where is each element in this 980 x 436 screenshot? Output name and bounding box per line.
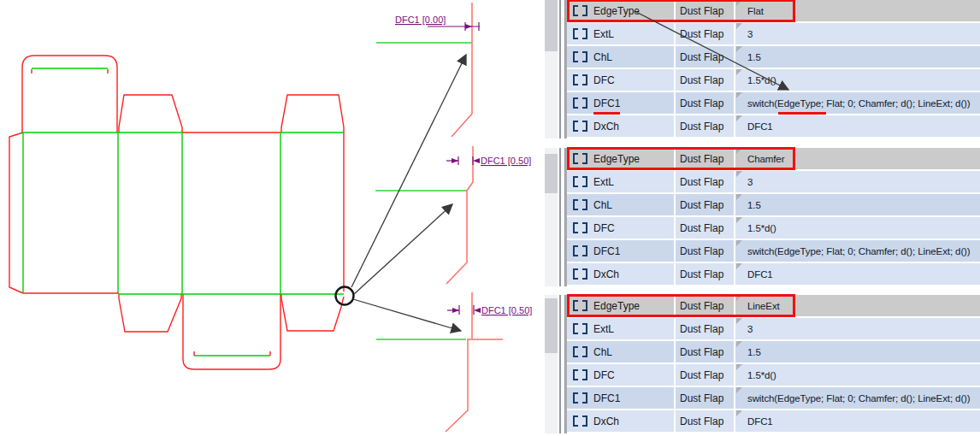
scrollbar-track[interactable] (545, 148, 558, 286)
cell-corner-marker-icon (736, 69, 742, 75)
parameter-context: Dust Flap (680, 346, 723, 358)
checkbox-icon[interactable] (573, 222, 587, 233)
dimension-label: DFC1 [0.50] (481, 156, 531, 166)
checkbox-icon[interactable] (573, 268, 587, 280)
cell-corner-marker-icon (736, 387, 742, 393)
parameter-row-dfc1[interactable]: DFC1 Dust Flap switch(EdgeType; Flat; 0;… (567, 92, 980, 114)
cut-lines (9, 56, 344, 369)
parameter-value[interactable]: Chamfer (747, 154, 784, 164)
parameter-row-edgetype[interactable]: EdgeType Dust Flap Flat (567, 0, 980, 21)
parameter-row-dxch[interactable]: DxCh Dust Flap DFC1 (567, 263, 980, 285)
parameter-row-dfc[interactable]: DFC Dust Flap 1.5*d() (567, 364, 980, 386)
checkbox-icon[interactable] (573, 121, 587, 132)
checkbox-icon[interactable] (573, 245, 587, 256)
arrow-to-chamfer-detail (354, 204, 452, 294)
checkbox-icon[interactable] (573, 97, 587, 109)
cell-corner-marker-icon (736, 295, 742, 301)
cell-corner-marker-icon (736, 171, 742, 177)
parameter-row-dfc[interactable]: DFC Dust Flap 1.5*d() (567, 217, 980, 239)
checkbox-icon[interactable] (573, 176, 587, 187)
parameter-context: Dust Flap (680, 300, 723, 312)
parameter-name: EdgeType (593, 5, 640, 17)
parameter-value[interactable]: 1.5 (747, 347, 761, 357)
parameter-value[interactable]: 1.5 (747, 200, 761, 210)
parameter-row-dxch[interactable]: DxCh Dust Flap DFC1 (567, 410, 980, 432)
checkbox-icon[interactable] (573, 74, 587, 85)
checkbox-icon[interactable] (573, 51, 587, 62)
parameter-value[interactable]: 3 (747, 177, 753, 187)
parameter-table-chamfer: EdgeType Dust Flap Chamfer ExtL Dust Fla… (565, 148, 980, 286)
cell-corner-marker-icon (736, 263, 742, 269)
parameter-row-extl[interactable]: ExtL Dust Flap 3 (567, 23, 980, 44)
parameter-row-chl[interactable]: ChL Dust Flap 1.5 (567, 46, 980, 68)
checkbox-icon[interactable] (573, 392, 587, 404)
scrollbar-track[interactable] (545, 0, 558, 138)
checkbox-icon[interactable] (573, 346, 587, 357)
parameter-value[interactable]: Flat (747, 6, 764, 16)
checkbox-icon[interactable] (573, 369, 587, 380)
parameter-row-extl[interactable]: ExtL Dust Flap 3 (567, 171, 980, 192)
checkbox-icon[interactable] (573, 199, 587, 210)
parameter-row-edgetype[interactable]: EdgeType Dust Flap LineExt (567, 295, 980, 316)
parameter-value[interactable]: DFC1 (747, 121, 773, 132)
crease-lines (22, 68, 344, 356)
detail-cut (452, 3, 472, 137)
cell-corner-marker-icon (736, 23, 742, 29)
checkbox-icon[interactable] (573, 300, 587, 311)
checkbox-icon[interactable] (573, 5, 587, 16)
scrollbar-thumb[interactable] (545, 298, 558, 353)
parameter-name: DFC (593, 222, 615, 234)
scrollbar-thumb[interactable] (545, 154, 558, 193)
parameter-context: Dust Flap (680, 369, 723, 381)
scrollbar-thumb[interactable] (545, 0, 558, 51)
parameter-value[interactable]: switch(EdgeType; Flat; 0; Chamfer; d(); … (747, 246, 971, 256)
parameter-context: Dust Flap (680, 28, 723, 40)
dimension-lines (447, 305, 481, 315)
parameter-value[interactable]: 1.5*d() (747, 223, 776, 233)
parameter-value[interactable]: DFC1 (747, 269, 773, 280)
parameter-context: Dust Flap (680, 415, 723, 427)
scrollbar-track[interactable] (545, 295, 558, 433)
parameter-row-dfc[interactable]: DFC Dust Flap 1.5*d() (567, 69, 980, 91)
parameter-value[interactable]: switch(EdgeType; Flat; 0; Chamfer; d(); … (747, 98, 971, 109)
detail-cut (446, 146, 473, 284)
parameter-context: Dust Flap (680, 222, 723, 234)
parameter-value[interactable]: LineExt (747, 301, 780, 311)
parameter-row-dxch[interactable]: DxCh Dust Flap DFC1 (567, 115, 980, 137)
cell-corner-marker-icon (736, 410, 742, 416)
dimension-label: DFC1 [0.50] (481, 305, 532, 315)
parameter-name: ExtL (593, 176, 614, 188)
parameter-context: Dust Flap (680, 392, 723, 404)
parameter-value[interactable]: DFC1 (747, 416, 773, 427)
zoom-circle (336, 287, 354, 305)
checkbox-icon[interactable] (573, 323, 587, 334)
parameter-row-dfc1[interactable]: DFC1 Dust Flap switch(EdgeType; Flat; 0;… (567, 387, 980, 409)
parameter-value[interactable]: switch(EdgeType; Flat; 0; Chamfer; d(); … (747, 393, 971, 404)
cell-corner-marker-icon (736, 240, 742, 246)
dimension-lines (428, 22, 480, 31)
cell-corner-marker-icon (736, 115, 742, 121)
parameter-name: DFC1 (593, 245, 620, 257)
parameter-row-extl[interactable]: ExtL Dust Flap 3 (567, 318, 980, 339)
parameter-row-chl[interactable]: ChL Dust Flap 1.5 (567, 194, 980, 215)
parameter-value[interactable]: 1.5 (747, 52, 761, 62)
arrow-to-flat-detail (351, 55, 466, 287)
parameter-table-lineext: EdgeType Dust Flap LineExt ExtL Dust Fla… (565, 295, 980, 433)
cell-corner-marker-icon (736, 341, 742, 347)
parameter-row-edgetype[interactable]: EdgeType Dust Flap Chamfer (567, 148, 980, 169)
parameter-name: DFC (593, 369, 615, 381)
checkbox-icon[interactable] (573, 415, 587, 427)
parameter-value[interactable]: 3 (747, 29, 753, 39)
parameter-value[interactable]: 1.5*d() (747, 370, 776, 380)
parameter-context: Dust Flap (680, 121, 723, 133)
checkbox-icon[interactable] (573, 28, 587, 39)
checkbox-icon[interactable] (573, 153, 587, 164)
cell-corner-marker-icon (736, 148, 742, 154)
detail-view-lineext: DFC1 [0.50] (376, 292, 532, 432)
parameter-context: Dust Flap (680, 268, 723, 280)
parameter-value[interactable]: 3 (747, 324, 753, 334)
cell-corner-marker-icon (736, 364, 742, 370)
parameter-row-chl[interactable]: ChL Dust Flap 1.5 (567, 341, 980, 362)
parameter-value[interactable]: 1.5*d() (747, 75, 776, 85)
parameter-row-dfc1[interactable]: DFC1 Dust Flap switch(EdgeType; Flat; 0;… (567, 240, 980, 262)
